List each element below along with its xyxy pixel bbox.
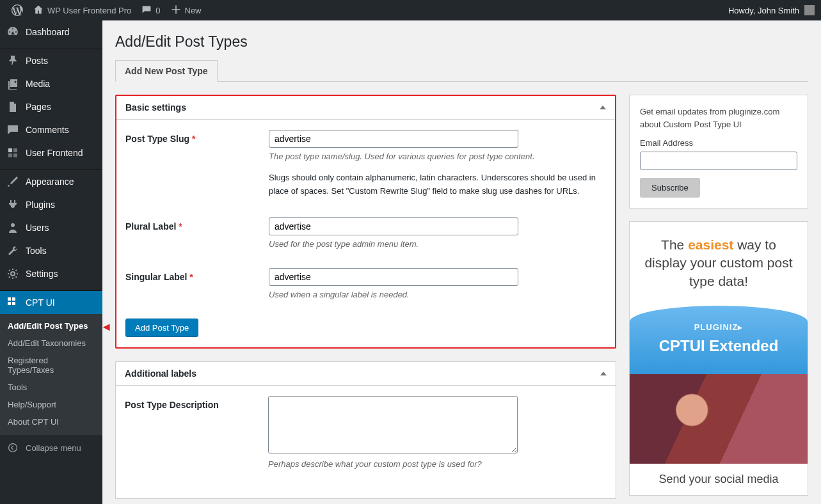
comments-link[interactable]: 0 — [136, 0, 165, 20]
collapse-menu[interactable]: Collapse menu — [0, 436, 102, 459]
avatar — [804, 5, 815, 15]
menu-label: Settings — [26, 269, 58, 279]
svg-point-1 — [11, 223, 15, 227]
menu-item-users[interactable]: Users — [0, 216, 102, 239]
comments-count: 0 — [155, 6, 160, 15]
tab-add-new[interactable]: Add New Post Type — [115, 60, 218, 82]
add-post-type-button[interactable]: Add Post Type — [125, 319, 198, 337]
newsletter-text: Get email updates from pluginize.com abo… — [640, 106, 797, 130]
admin-sidebar: DashboardPostsMediaPagesCommentsUser Fro… — [0, 20, 102, 504]
home-icon — [33, 4, 44, 17]
menu-item-cpt-ui[interactable]: CPT UI — [0, 291, 102, 314]
additional-labels-heading: Additional labels — [125, 368, 196, 379]
additional-labels-toggle[interactable]: Additional labels — [116, 362, 616, 386]
submenu-item-add-edit-post-types[interactable]: Add/Edit Post Types◄ — [0, 317, 102, 335]
menu-item-pages[interactable]: Pages — [0, 95, 102, 118]
singular-input[interactable] — [269, 268, 518, 286]
howdy-text: Howdy, John Smith — [728, 6, 799, 15]
menu-label: Posts — [26, 56, 48, 66]
dash-icon — [6, 26, 19, 38]
plug-icon — [6, 198, 19, 211]
slug-label: Post Type Slug — [125, 134, 189, 144]
new-link[interactable]: New — [166, 0, 207, 20]
submenu-item-help-support[interactable]: Help/Support — [0, 396, 102, 413]
svg-point-2 — [11, 272, 15, 276]
email-input[interactable] — [640, 152, 797, 170]
page-icon — [6, 100, 19, 113]
svg-rect-4 — [12, 297, 15, 301]
desc-label: Post Type Description — [125, 400, 219, 410]
slug-help-extra: Slugs should only contain alphanumeric, … — [269, 171, 602, 198]
menu-label: Tools — [26, 246, 47, 256]
new-label: New — [185, 6, 202, 15]
desc-textarea[interactable] — [268, 396, 518, 453]
menu-item-settings[interactable]: Settings — [0, 262, 102, 285]
svg-rect-3 — [8, 297, 11, 301]
plural-help: Used for the post type admin menu item. — [269, 239, 602, 249]
submenu-label: Help/Support — [8, 400, 56, 409]
singular-label: Singular Label — [125, 272, 187, 282]
submenu-item-about-cpt-ui[interactable]: About CPT UI — [0, 413, 102, 430]
basic-settings-panel: Basic settings Post Type Slug * The post… — [115, 95, 616, 349]
user-icon — [6, 221, 19, 234]
submenu-item-tools[interactable]: Tools — [0, 379, 102, 396]
svg-rect-5 — [8, 302, 11, 305]
caret-up-icon — [600, 372, 607, 375]
collapse-label: Collapse menu — [26, 443, 81, 453]
menu-item-user-frontend[interactable]: User Frontend — [0, 141, 102, 164]
email-label: Email Address — [640, 138, 797, 148]
comment-icon — [141, 4, 152, 17]
menu-item-comments[interactable]: Comments — [0, 118, 102, 141]
menu-item-media[interactable]: Media — [0, 72, 102, 95]
slug-input[interactable] — [269, 130, 518, 148]
submenu-item-add-edit-taxonomies[interactable]: Add/Edit Taxonomies — [0, 335, 102, 352]
menu-label: Users — [26, 223, 49, 233]
menu-label: CPT UI — [26, 297, 55, 308]
menu-item-posts[interactable]: Posts — [0, 49, 102, 72]
pin-icon — [6, 54, 19, 67]
menu-item-appearance[interactable]: Appearance — [0, 170, 102, 193]
promo-image — [630, 374, 808, 464]
additional-labels-panel: Additional labels Post Type Description … — [115, 361, 616, 499]
gear-icon — [6, 267, 19, 280]
required-marker: * — [189, 272, 193, 282]
promo-product: CPTUI Extended — [641, 337, 796, 355]
promo-headline: The easiest way to display your custom p… — [630, 222, 808, 297]
plural-input[interactable] — [269, 217, 518, 235]
promo-panel[interactable]: The easiest way to display your custom p… — [629, 221, 808, 496]
caret-up-icon — [600, 106, 606, 109]
menu-item-plugins[interactable]: Plugins — [0, 193, 102, 216]
desc-help: Perhaps describe what your custom post t… — [268, 459, 601, 469]
promo-brand: PLUGINIZ▸ — [641, 322, 796, 332]
menu-item-tools[interactable]: Tools — [0, 239, 102, 262]
collapse-icon — [6, 441, 19, 454]
submenu-item-registered-types-taxes[interactable]: Registered Types/Taxes — [0, 352, 102, 379]
svg-point-7 — [9, 444, 17, 452]
required-marker: * — [179, 221, 182, 232]
promo-brand-band: PLUGINIZ▸ CPTUI Extended — [630, 306, 808, 374]
menu-label: Plugins — [26, 200, 55, 210]
account-link[interactable]: Howdy, John Smith — [728, 5, 815, 15]
svg-point-0 — [15, 81, 17, 83]
menu-item-dashboard[interactable]: Dashboard — [0, 20, 102, 43]
wrench-icon — [6, 244, 19, 257]
submenu-label: Add/Edit Post Types — [8, 321, 88, 331]
submenu-label: Add/Edit Taxonomies — [8, 338, 86, 348]
menu-label: Pages — [26, 102, 51, 112]
cptui-icon — [6, 296, 19, 309]
menu-label: User Frontend — [26, 148, 83, 158]
arrow-indicator-icon: ◄ — [100, 320, 112, 334]
subscribe-button[interactable]: Subscribe — [640, 178, 700, 198]
submenu-label: Registered Types/Taxes — [8, 356, 54, 375]
slug-help: The post type name/slug. Used for variou… — [269, 152, 602, 161]
wp-logo[interactable] — [6, 0, 28, 20]
page-title: Add/Edit Post Types — [115, 33, 808, 51]
singular-help: Used when a singular label is needed. — [269, 290, 602, 299]
site-link[interactable]: WP User Frontend Pro — [28, 0, 136, 20]
basic-settings-heading: Basic settings — [125, 102, 186, 113]
svg-rect-6 — [12, 302, 15, 305]
newsletter-panel: Get email updates from pluginize.com abo… — [629, 95, 808, 209]
brush-icon — [6, 175, 19, 188]
basic-settings-toggle[interactable]: Basic settings — [116, 96, 615, 120]
menu-label: Media — [26, 79, 50, 89]
